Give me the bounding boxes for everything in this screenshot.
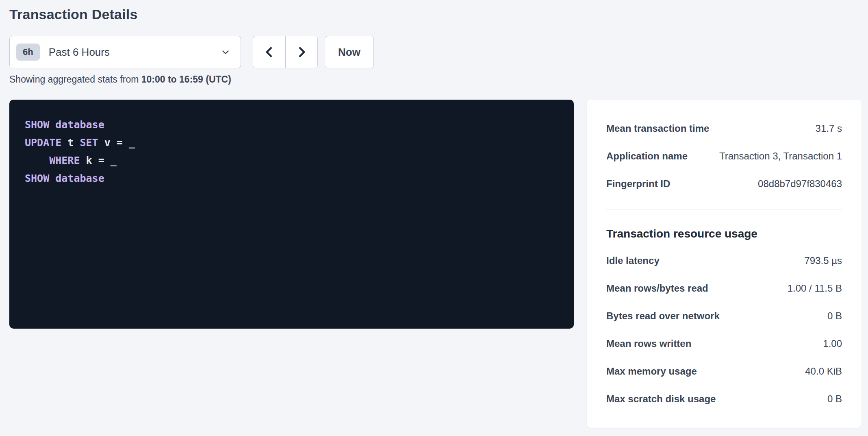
- time-step-button-group: [253, 36, 318, 68]
- sql-text: k = _: [80, 155, 116, 166]
- sql-text: t: [61, 137, 80, 148]
- sql-statement-box: SHOW databaseUPDATE t SET v = _ WHERE k …: [9, 100, 574, 329]
- aggregation-interval-range: 10:00 to 16:59 (UTC): [141, 74, 231, 85]
- stat-row: Mean transaction time31.7 s: [606, 115, 842, 142]
- stat-row: Mean rows/bytes read1.00 / 11.5 B: [606, 275, 842, 302]
- sql-text: [49, 172, 55, 184]
- sql-keyword: SHOW: [25, 119, 49, 131]
- sql-keyword: SET: [80, 137, 98, 148]
- stat-label: Application name: [606, 150, 688, 162]
- stat-value: Transaction 3, Transaction 1: [719, 150, 842, 162]
- stat-label: Max memory usage: [606, 366, 697, 377]
- stat-value: 31.7 s: [816, 123, 842, 134]
- time-range-badge: 6h: [16, 44, 40, 61]
- time-controls: 6h Past 6 Hours Now: [9, 36, 374, 68]
- stat-label: Mean rows/bytes read: [606, 283, 708, 294]
- stat-value: 793.5 µs: [804, 255, 842, 266]
- stat-label: Max scratch disk usage: [606, 393, 716, 405]
- transaction-stats-panel: Mean transaction time31.7 sApplication n…: [587, 100, 861, 428]
- stat-row: Max scratch disk usage0 B: [606, 385, 842, 413]
- next-interval-button[interactable]: [285, 36, 317, 68]
- sql-keyword: SHOW: [25, 172, 49, 184]
- stat-row: Mean rows written1.00: [606, 330, 842, 358]
- transaction-details-page: Transaction Details 6h Past 6 Hours Now …: [0, 0, 868, 436]
- sql-keyword: UPDATE: [25, 137, 61, 148]
- sql-text: v = _: [98, 137, 135, 148]
- page-title: Transaction Details: [9, 7, 138, 22]
- sql-keyword: WHERE: [49, 155, 80, 166]
- stat-value: 1.00 / 11.5 B: [788, 283, 842, 294]
- summary-rows: Mean transaction time31.7 sApplication n…: [606, 115, 842, 198]
- stat-label: Mean rows written: [606, 338, 691, 349]
- aggregation-interval-note: Showing aggregated stats from 10:00 to 1…: [9, 74, 231, 85]
- panel-divider: [606, 209, 842, 209]
- sql-line: UPDATE t SET v = _: [25, 134, 558, 152]
- sql-line: WHERE k = _: [25, 152, 558, 170]
- stat-row: Application nameTransaction 3, Transacti…: [606, 142, 842, 170]
- stat-value: 1.00: [823, 338, 842, 349]
- resource-usage-heading: Transaction resource usage: [606, 227, 842, 241]
- stat-row: Idle latency793.5 µs: [606, 247, 842, 275]
- sql-line: SHOW database: [25, 116, 558, 134]
- now-button[interactable]: Now: [325, 36, 374, 68]
- time-range-label: Past 6 Hours: [49, 46, 220, 59]
- chevron-right-icon: [295, 45, 308, 59]
- stat-value: 40.0 KiB: [805, 366, 842, 377]
- stat-label: Idle latency: [606, 255, 660, 266]
- stat-value: 08d8b7d97f830463: [758, 178, 842, 190]
- sql-text: [49, 119, 55, 131]
- stat-label: Bytes read over network: [606, 310, 720, 322]
- time-range-dropdown[interactable]: 6h Past 6 Hours: [9, 36, 241, 68]
- resource-rows: Idle latency793.5 µsMean rows/bytes read…: [606, 247, 842, 413]
- stat-label: Mean transaction time: [606, 123, 709, 134]
- sql-keyword: database: [55, 119, 104, 131]
- sql-text: [25, 155, 49, 166]
- stat-value: 0 B: [827, 393, 842, 405]
- stat-row: Fingerprint ID08d8b7d97f830463: [606, 170, 842, 198]
- stat-label: Fingerprint ID: [606, 178, 670, 190]
- chevron-left-icon: [263, 45, 276, 59]
- sql-line: SHOW database: [25, 170, 558, 187]
- previous-interval-button[interactable]: [253, 36, 285, 68]
- stat-row: Max memory usage40.0 KiB: [606, 358, 842, 385]
- stat-value: 0 B: [827, 310, 842, 322]
- stat-row: Bytes read over network0 B: [606, 302, 842, 330]
- sql-keyword: database: [55, 172, 104, 184]
- aggregation-interval-prefix: Showing aggregated stats from: [9, 74, 141, 85]
- chevron-down-icon: [220, 47, 231, 57]
